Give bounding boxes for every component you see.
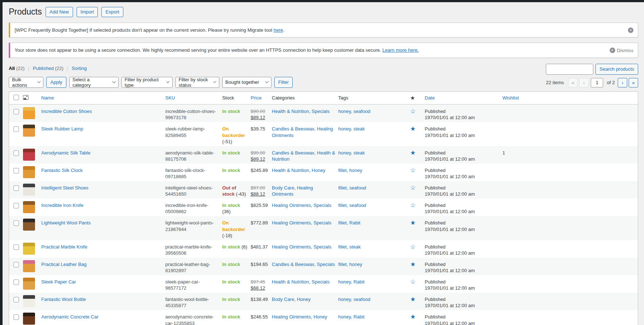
product-name-link[interactable]: Aerodynamic Concrete Car bbox=[41, 314, 99, 320]
featured-star-filled-icon[interactable]: ★ bbox=[410, 261, 416, 268]
product-thumbnail[interactable] bbox=[23, 243, 35, 255]
product-name-link[interactable]: Sleek Paper Car bbox=[41, 279, 76, 285]
row-checkbox[interactable] bbox=[14, 168, 19, 173]
view-all[interactable]: All (22) bbox=[9, 66, 24, 71]
tag-links[interactable]: fillet, seafood bbox=[338, 185, 366, 191]
product-thumbnail[interactable] bbox=[23, 125, 35, 137]
tag-links[interactable]: honey, steak bbox=[338, 126, 365, 132]
apply-button[interactable]: Apply bbox=[46, 77, 66, 88]
row-checkbox[interactable] bbox=[14, 203, 19, 208]
next-page-button[interactable]: › bbox=[618, 78, 627, 87]
tag-links[interactable]: fillet, steak bbox=[338, 244, 360, 250]
category-links[interactable]: Health & Nutrition, Specials bbox=[272, 279, 329, 285]
category-links[interactable]: Health & Nutrition, Specials bbox=[272, 109, 329, 114]
dismiss-button[interactable]: ✕ Dismiss bbox=[610, 48, 634, 53]
featured-star-filled-icon[interactable]: ★ bbox=[410, 313, 416, 320]
product-name-link[interactable]: Lightweight Wool Pants bbox=[41, 220, 91, 226]
category-filter-select[interactable]: Select a category bbox=[69, 77, 119, 88]
category-links[interactable]: Healing Ointments, Honey bbox=[272, 314, 327, 320]
featured-star-outline-icon[interactable]: ☆ bbox=[410, 184, 416, 191]
product-name-link[interactable]: Practical Marble Knife bbox=[41, 244, 87, 250]
first-page-button[interactable]: « bbox=[568, 78, 578, 87]
category-links[interactable]: Health & Nutrition, Honey bbox=[272, 168, 325, 173]
category-links[interactable]: Candles & Beeswax, Healing Ointments bbox=[272, 126, 333, 138]
featured-star-outline-icon[interactable]: ☆ bbox=[410, 278, 416, 285]
select-all-checkbox[interactable] bbox=[14, 95, 19, 100]
product-thumbnail[interactable] bbox=[23, 107, 35, 119]
last-page-button[interactable]: » bbox=[629, 78, 638, 87]
view-sorting[interactable]: Sorting bbox=[72, 66, 87, 71]
product-thumbnail[interactable] bbox=[23, 295, 35, 307]
tag-links[interactable]: honey, steak bbox=[338, 150, 365, 156]
product-name-link[interactable]: Sleek Rubber Lamp bbox=[41, 126, 83, 132]
import-button[interactable]: Import bbox=[77, 7, 98, 17]
sort-date-header[interactable]: Date bbox=[425, 95, 435, 101]
category-links[interactable]: Candles & Beeswax, Health & Nutrition bbox=[272, 150, 335, 162]
search-products-button[interactable]: Search products bbox=[595, 64, 638, 75]
product-thumbnail[interactable] bbox=[23, 201, 35, 213]
view-published[interactable]: Published (22) bbox=[33, 66, 63, 71]
product-name-link[interactable]: Intelligent Steel Shoes bbox=[41, 185, 88, 191]
tag-links[interactable]: fillet, honey bbox=[338, 168, 362, 173]
product-thumbnail[interactable] bbox=[23, 313, 35, 325]
row-checkbox[interactable] bbox=[14, 279, 19, 285]
featured-star-filled-icon[interactable]: ★ bbox=[410, 125, 416, 132]
row-checkbox[interactable] bbox=[14, 126, 19, 132]
close-icon[interactable]: ✕ bbox=[628, 27, 633, 33]
category-links[interactable]: Healing Ointments, Specials bbox=[272, 244, 331, 250]
product-name-link[interactable]: Incredible Cotton Shoes bbox=[41, 109, 92, 114]
current-page-input[interactable] bbox=[591, 78, 603, 87]
category-links[interactable]: Healing Ointments, Specials bbox=[272, 220, 331, 226]
category-links[interactable]: Body Care, Healing Ointments bbox=[272, 185, 313, 197]
category-links[interactable]: Body Care, Honey bbox=[272, 297, 311, 302]
category-links[interactable]: Healing Ointments, Specials bbox=[272, 203, 331, 208]
product-thumbnail[interactable] bbox=[23, 149, 35, 161]
row-checkbox[interactable] bbox=[14, 150, 19, 156]
filter-button[interactable]: Filter bbox=[274, 77, 293, 88]
product-type-filter-select[interactable]: Filter by product type bbox=[122, 77, 173, 88]
featured-star-filled-icon[interactable]: ★ bbox=[410, 296, 416, 303]
category-links[interactable]: Candles & Beeswax, Specials bbox=[272, 262, 335, 267]
featured-star-filled-icon[interactable]: ★ bbox=[410, 149, 416, 156]
tag-links[interactable]: honey, seafood bbox=[338, 109, 370, 114]
product-name-link[interactable]: Incredible Iron Knife bbox=[41, 203, 84, 208]
sort-sku-header[interactable]: SKU bbox=[165, 95, 175, 101]
bulk-actions-select[interactable]: Bulk actions bbox=[9, 77, 43, 88]
view-published-label[interactable]: Published bbox=[33, 66, 54, 71]
featured-star-filled-icon[interactable]: ★ bbox=[410, 219, 416, 226]
prev-page-button[interactable]: ‹ bbox=[579, 78, 589, 87]
row-checkbox[interactable] bbox=[14, 297, 19, 302]
product-thumbnail[interactable] bbox=[23, 166, 35, 178]
featured-star-outline-icon[interactable]: ☆ bbox=[410, 108, 416, 115]
row-checkbox[interactable] bbox=[14, 314, 19, 320]
product-thumbnail[interactable] bbox=[23, 219, 35, 231]
tag-links[interactable]: fillet, honey bbox=[338, 262, 362, 267]
migrate-tool-link[interactable]: here bbox=[274, 27, 283, 33]
sort-price-header[interactable]: Price bbox=[251, 95, 262, 101]
search-input[interactable] bbox=[546, 64, 593, 75]
row-checkbox[interactable] bbox=[14, 244, 19, 250]
featured-star-outline-icon[interactable]: ☆ bbox=[410, 202, 416, 209]
tag-links[interactable]: honey, Rabit bbox=[338, 279, 365, 285]
tag-links[interactable]: honey, seafood bbox=[338, 297, 370, 302]
wishlist-header[interactable]: Wishlist bbox=[502, 95, 519, 101]
tag-links[interactable]: fillet, Rabit bbox=[338, 220, 360, 226]
stock-status-filter-select[interactable]: Filter by stock status bbox=[176, 77, 219, 88]
bought-together-filter-select[interactable]: Bought together bbox=[222, 77, 271, 88]
featured-star-outline-icon[interactable]: ☆ bbox=[410, 167, 416, 174]
row-checkbox[interactable] bbox=[14, 109, 19, 114]
tag-links[interactable]: honey, Rabit bbox=[338, 314, 365, 320]
product-thumbnail[interactable] bbox=[23, 184, 35, 196]
product-name-link[interactable]: Aerodynamic Silk Table bbox=[41, 150, 90, 156]
tag-links[interactable]: fillet, seafood bbox=[338, 203, 366, 208]
product-name-link[interactable]: Fantastic Silk Clock bbox=[41, 168, 82, 173]
product-name-link[interactable]: Fantastic Wool Bottle bbox=[41, 297, 86, 302]
product-thumbnail[interactable] bbox=[23, 278, 35, 290]
product-name-link[interactable]: Practical Leather Bag bbox=[41, 262, 86, 267]
export-button[interactable]: Export bbox=[101, 7, 123, 17]
product-thumbnail[interactable] bbox=[23, 260, 35, 272]
row-checkbox[interactable] bbox=[14, 185, 19, 191]
notice-close[interactable]: ✕ bbox=[628, 27, 633, 33]
sort-name-header[interactable]: Name bbox=[41, 95, 54, 101]
row-checkbox[interactable] bbox=[14, 220, 19, 226]
